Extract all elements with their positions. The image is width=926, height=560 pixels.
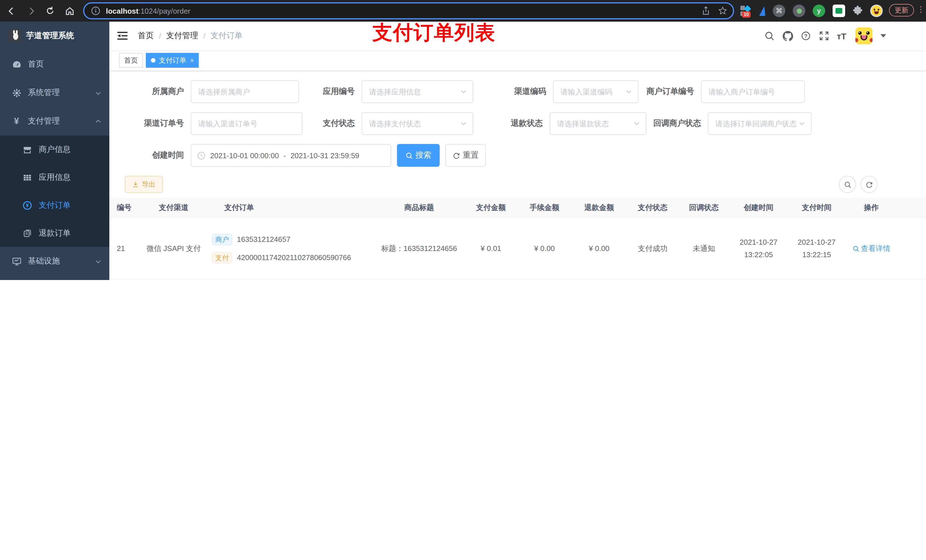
svg-text:?: ? xyxy=(804,33,808,39)
magnifier-icon xyxy=(852,245,859,252)
user-menu-caret-icon[interactable] xyxy=(881,34,886,38)
merchant-order-no: 1635312124657 xyxy=(237,235,291,244)
filter-label-callback-status: 回调商户状态 xyxy=(646,118,708,128)
merchant-order-no-input[interactable] xyxy=(701,80,805,103)
refund-status-select[interactable] xyxy=(549,112,646,135)
channel-order-no-input[interactable] xyxy=(191,112,303,135)
reload-icon[interactable] xyxy=(42,3,58,19)
breadcrumb-payment[interactable]: 支付管理 xyxy=(166,31,198,41)
tab-home[interactable]: 首页 xyxy=(119,53,143,68)
column-header: 退款金额 xyxy=(572,202,626,213)
filter-label-merchant-order-no: 商户订单编号 xyxy=(639,86,701,97)
sail-extension-icon[interactable] xyxy=(759,6,766,16)
extensions-puzzle-icon[interactable] xyxy=(853,6,863,16)
sidebar-item-merchant-info[interactable]: 商户信息 xyxy=(0,136,109,163)
tab-pay-order[interactable]: 支付订单× xyxy=(146,53,199,68)
recorder-extension-icon[interactable] xyxy=(793,5,805,17)
pay-status-select[interactable] xyxy=(362,112,473,135)
notify-status: 未通知 xyxy=(679,243,729,254)
chevron-down-icon xyxy=(95,90,101,96)
profile-avatar-icon[interactable] xyxy=(870,5,883,17)
sidebar-fold-icon[interactable] xyxy=(117,31,127,41)
sidebar-item-devtools[interactable]: 研发工具 xyxy=(0,275,109,280)
chrome-update-button[interactable]: 更新 xyxy=(889,4,914,17)
page-content: 所属商户 应用编号 渠道编码 商户订单编号 渠道订单号 支付状态 退款状态 xyxy=(109,71,926,280)
column-header: 回调状态 xyxy=(679,202,729,213)
toggle-search-button[interactable] xyxy=(839,176,856,193)
column-header: 支付订单 xyxy=(207,202,374,213)
chevron-up-icon xyxy=(95,118,101,124)
sidebar: 芋道管理系统 首页 系统管理 ¥ 支付管理 商户信息 xyxy=(0,22,109,280)
sidebar-item-pay-order[interactable]: ¥ 支付订单 xyxy=(0,191,109,219)
pay-time: 2021-10-2713:22:15 xyxy=(788,236,845,261)
extension-badge: 10 xyxy=(742,11,750,18)
svg-text:¥: ¥ xyxy=(26,202,29,208)
reset-button[interactable]: 重置 xyxy=(445,144,486,167)
share-icon[interactable] xyxy=(702,6,710,15)
column-header: 手续金额 xyxy=(517,202,572,213)
home-icon[interactable] xyxy=(62,3,77,19)
url-text: localhost:1024/pay/order xyxy=(106,6,190,15)
address-bar[interactable]: localhost:1024/pay/order xyxy=(83,2,734,20)
pay-status: 支付成功 xyxy=(626,243,679,254)
sidebar-item-payment[interactable]: ¥ 支付管理 xyxy=(0,107,109,136)
merchant-select[interactable] xyxy=(191,80,299,103)
app-select[interactable] xyxy=(362,80,473,103)
user-avatar[interactable] xyxy=(855,27,873,44)
yen-icon: ¥ xyxy=(11,116,22,127)
column-header: 商品标题 xyxy=(374,202,465,213)
back-icon[interactable] xyxy=(3,3,20,19)
chat-extension-icon[interactable] xyxy=(832,5,845,17)
app-logo[interactable]: 芋道管理系统 xyxy=(0,22,109,50)
search-button[interactable]: 搜索 xyxy=(397,144,440,167)
column-header: 支付状态 xyxy=(626,202,679,213)
pay-amount: ¥ 0.01 xyxy=(465,244,517,253)
search-icon[interactable] xyxy=(764,30,775,42)
active-dot-icon xyxy=(151,58,156,63)
date-end: 2021-10-31 23:59:59 xyxy=(291,151,359,160)
sidebar-item-home[interactable]: 首页 xyxy=(0,50,109,78)
payment-submenu: 商户信息 应用信息 ¥ 支付订单 退款订单 xyxy=(0,136,109,247)
close-tab-icon[interactable]: × xyxy=(190,53,194,67)
refresh-table-button[interactable] xyxy=(861,176,878,193)
bookmark-star-icon[interactable] xyxy=(718,6,727,15)
channel-code-select[interactable] xyxy=(553,80,639,103)
page-annotation-title: 支付订单列表 xyxy=(372,20,495,46)
sidebar-item-app-info[interactable]: 应用信息 xyxy=(0,163,109,191)
export-button[interactable]: 导出 xyxy=(125,176,163,193)
pay-order-table: 编号支付渠道支付订单商品标题支付金额手续金额退款金额支付状态回调状态创建时间支付… xyxy=(109,198,926,280)
font-size-icon[interactable]: тT xyxy=(837,31,846,41)
logo-rabbit-icon xyxy=(8,29,22,43)
breadcrumb: 首页 / 支付管理 / 支付订单 xyxy=(138,31,243,41)
fullscreen-icon[interactable] xyxy=(819,30,830,42)
callback-status-select[interactable] xyxy=(708,112,811,135)
command-extension-icon[interactable]: ⌘ xyxy=(773,5,785,17)
site-info-icon[interactable] xyxy=(91,6,100,15)
devtools-extension-icon[interactable]: 10 xyxy=(740,5,752,17)
browser-toolbar: localhost:1024/pay/order 10 ⌘ y 更新 ⋮ xyxy=(0,0,926,22)
url-path: :1024/pay/order xyxy=(138,6,190,15)
sidebar-item-refund-order[interactable]: 退款订单 xyxy=(0,219,109,247)
browser-menu-icon[interactable]: ⋮ xyxy=(917,5,925,14)
clock-icon xyxy=(197,151,206,160)
y-extension-icon[interactable]: y xyxy=(813,5,825,17)
column-header: 支付时间 xyxy=(788,202,845,213)
forward-icon[interactable] xyxy=(23,3,39,19)
view-detail-link[interactable]: 查看详情 xyxy=(852,243,890,254)
dashboard-icon xyxy=(11,59,22,70)
help-icon[interactable]: ? xyxy=(800,30,812,42)
filter-label-channel-code: 渠道编码 xyxy=(473,86,553,97)
filter-label-merchant: 所属商户 xyxy=(109,86,191,97)
github-icon[interactable] xyxy=(782,30,794,42)
filter-label-create-time: 创建时间 xyxy=(109,150,191,160)
pay-channel: 微信 JSAPI 支付 xyxy=(140,243,207,254)
sidebar-item-infra[interactable]: 基础设施 xyxy=(0,247,109,275)
order-id: 21 xyxy=(109,244,140,253)
url-host: localhost xyxy=(106,6,138,15)
document-icon xyxy=(22,227,33,239)
breadcrumb-home[interactable]: 首页 xyxy=(138,31,154,41)
merchant-tag: 商户 xyxy=(212,234,232,245)
create-time-range-picker[interactable]: 2021-10-01 00:00:00 - 2021-10-31 23:59:5… xyxy=(191,144,391,167)
refresh-icon xyxy=(452,152,460,159)
sidebar-item-system[interactable]: 系统管理 xyxy=(0,78,109,107)
